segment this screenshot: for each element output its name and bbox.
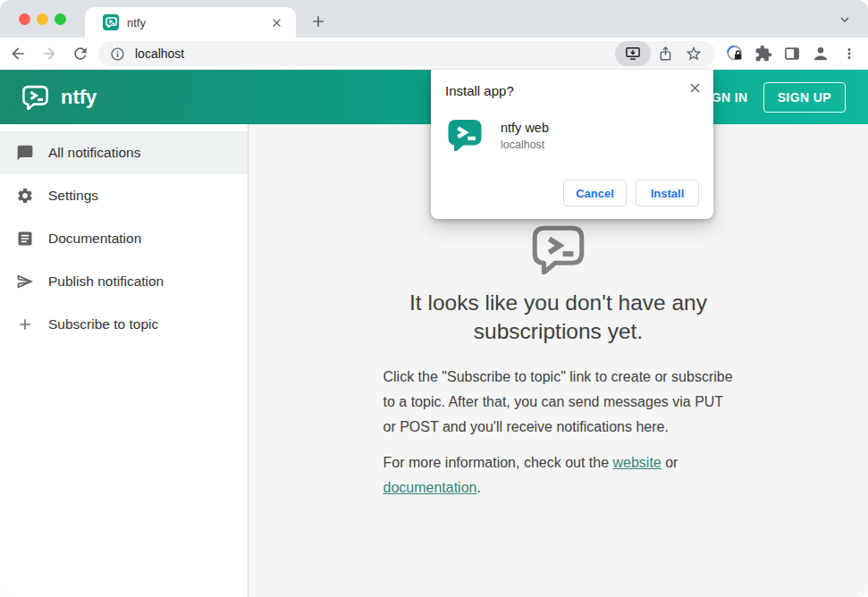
empty-state-paragraph: Click the "Subscribe to topic" link to c…: [383, 365, 734, 440]
browser-window: ntfy: [0, 0, 868, 597]
install-app-button[interactable]: [615, 41, 651, 66]
website-link[interactable]: website: [613, 455, 662, 470]
tab-title: ntfy: [127, 16, 267, 29]
bookmark-button[interactable]: [679, 41, 708, 66]
back-icon: [9, 45, 27, 63]
forward-icon: [40, 45, 58, 63]
side-panel-icon: [783, 45, 801, 63]
dialog-close-button[interactable]: [685, 78, 704, 97]
traffic-lights: [19, 13, 66, 25]
sign-up-button[interactable]: SIGN UP: [763, 82, 846, 113]
close-icon: [687, 80, 703, 96]
more-info-paragraph: For more information, check out the webs…: [383, 450, 734, 500]
reload-button[interactable]: [67, 40, 94, 67]
password-extension-button[interactable]: [724, 42, 746, 65]
documentation-link[interactable]: documentation: [383, 480, 477, 495]
app-origin: localhost: [501, 139, 549, 151]
back-button[interactable]: [4, 40, 31, 67]
kebab-menu-icon: [841, 46, 857, 62]
install-button[interactable]: Install: [636, 180, 699, 206]
profile-button[interactable]: [810, 42, 831, 65]
ntfy-logo-gray-icon: [531, 224, 586, 274]
empty-state-heading: It looks like you don't have any subscri…: [383, 289, 734, 347]
sidebar-item-all-notifications[interactable]: All notifications: [0, 131, 248, 174]
more-info-suffix: .: [476, 480, 480, 495]
new-tab-icon: [309, 13, 327, 30]
reload-icon: [72, 45, 89, 63]
empty-state: It looks like you don't have any subscri…: [383, 224, 734, 597]
sidebar-item-publish-notification[interactable]: Publish notification: [0, 260, 248, 303]
close-icon: [270, 16, 283, 29]
tab-close-button[interactable]: [267, 13, 285, 31]
cancel-button[interactable]: Cancel: [563, 180, 627, 206]
sidebar-item-subscribe-to-topic[interactable]: Subscribe to topic: [0, 303, 248, 346]
sidebar: All notifications Settings Documentation…: [0, 124, 249, 597]
ntfy-app-icon: [447, 119, 483, 151]
more-info-middle: or: [662, 455, 678, 470]
plus-icon: [16, 315, 34, 333]
dialog-app-info: ntfy web localhost: [501, 119, 549, 151]
dialog-title: Install app?: [431, 70, 713, 98]
chat-bubble-icon: [16, 144, 34, 162]
article-icon: [16, 230, 34, 248]
brand-title: ntfy: [61, 86, 97, 109]
browser-toolbar: localhost: [0, 38, 868, 70]
dialog-actions: Cancel Install: [563, 180, 699, 206]
tab-strip: ntfy: [0, 0, 868, 38]
toolbar-right-icons: [724, 41, 860, 66]
tab-search-button[interactable]: [836, 11, 854, 29]
forward-button[interactable]: [36, 40, 63, 67]
app-name: ntfy web: [501, 119, 549, 135]
extensions-puzzle-icon: [754, 45, 772, 63]
chevron-down-icon: [837, 12, 853, 28]
browser-tab-ntfy[interactable]: ntfy: [85, 7, 296, 38]
sidebar-item-label: Publish notification: [48, 273, 164, 290]
install-icon: [624, 45, 642, 63]
dialog-app-row: ntfy web localhost: [447, 119, 699, 151]
sidebar-item-label: All notifications: [48, 145, 140, 161]
send-icon: [16, 273, 34, 290]
ntfy-favicon: [103, 14, 119, 30]
info-icon[interactable]: [110, 46, 125, 62]
install-app-dialog: Install app? ntfy web localhost Cancel I…: [431, 70, 713, 219]
share-icon: [657, 46, 674, 63]
sidebar-item-label: Settings: [48, 188, 98, 204]
extensions-button[interactable]: [753, 42, 774, 65]
bookmark-star-icon: [685, 45, 703, 63]
side-panel-button[interactable]: [781, 42, 803, 65]
address-bar[interactable]: localhost: [98, 41, 715, 66]
share-button[interactable]: [651, 41, 679, 66]
sidebar-item-label: Documentation: [48, 231, 141, 247]
browser-menu-button[interactable]: [839, 42, 860, 65]
ntfy-logo-icon: [21, 85, 49, 110]
sidebar-item-label: Subscribe to topic: [48, 316, 158, 332]
sidebar-item-documentation[interactable]: Documentation: [0, 217, 248, 260]
close-window-button[interactable]: [19, 13, 30, 25]
url-text: localhost: [135, 46, 615, 61]
zoom-window-button[interactable]: [55, 13, 66, 25]
minimize-window-button[interactable]: [37, 13, 48, 25]
profile-avatar-icon: [811, 44, 830, 63]
password-extension-icon: [725, 44, 745, 63]
gear-icon: [16, 187, 34, 205]
sidebar-item-settings[interactable]: Settings: [0, 174, 248, 217]
new-tab-button[interactable]: [307, 10, 330, 33]
more-info-prefix: For more information, check out the: [383, 455, 613, 470]
